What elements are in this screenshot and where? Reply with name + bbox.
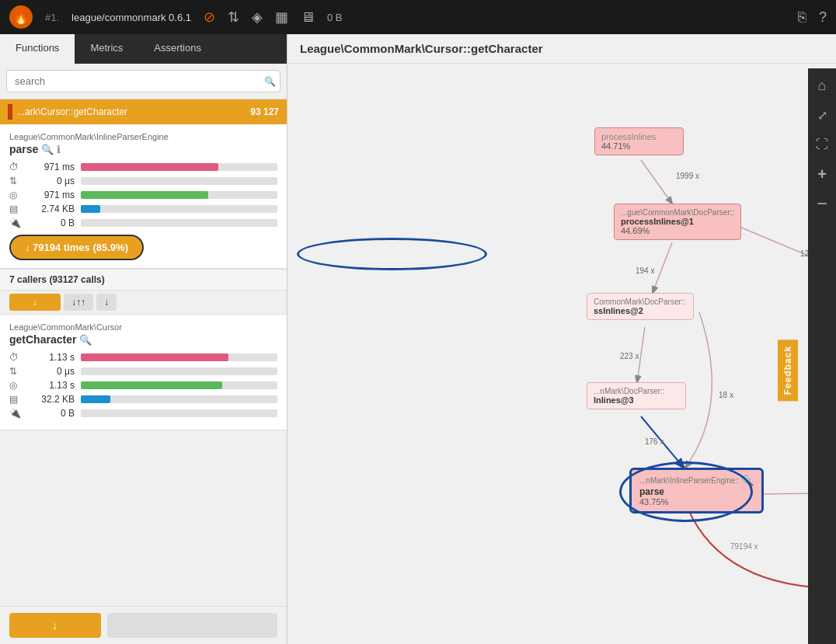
alert-icon[interactable]: ⊘	[204, 9, 215, 26]
fn2-metric-3: ◎ 1.13 s	[9, 380, 277, 391]
grid-icon[interactable]: ▦	[275, 9, 288, 26]
help-icon[interactable]: ?	[819, 9, 827, 26]
fn2-metric-1: ⏱ 1.13 s	[9, 352, 277, 363]
node-lnlines3[interactable]: ...nMark\DocParser:: lnlines@3	[587, 382, 686, 409]
svg-text:194 x: 194 x	[636, 266, 654, 275]
svg-line-2	[653, 242, 672, 293]
fn1-name-row: parse 🔍 ℹ	[9, 143, 277, 155]
feedback-tab[interactable]: Feedback	[778, 339, 798, 401]
svg-text:1999 x: 1999 x	[676, 172, 699, 180]
metric3-icon: ◎	[9, 190, 23, 200]
oval-highlight-1	[297, 238, 487, 270]
metric2-value: 0 μs	[30, 176, 75, 186]
tab-bar: Functions Metrics Assertions	[0, 34, 287, 64]
fn1-search-icon[interactable]: 🔍	[41, 144, 54, 155]
fn1-info-icon[interactable]: ℹ	[57, 144, 61, 155]
zoom-in-icon[interactable]: +	[811, 163, 833, 185]
fn2-metric-4: ▤ 32.2 KB	[9, 394, 277, 405]
fn1-metric-3: ◎ 971 ms	[9, 190, 277, 200]
svg-line-9	[730, 223, 808, 305]
metric3-bar	[81, 191, 277, 199]
fit-icon[interactable]: ⛶	[811, 134, 833, 155]
fn1-metric-5: 🔌 0 B	[9, 218, 277, 228]
monitor-icon[interactable]: 🖥	[301, 9, 315, 26]
sort-tertiary-btn[interactable]: ↓	[96, 294, 117, 311]
metric2-bar	[81, 177, 277, 185]
svg-text:1277 x: 1277 x	[800, 249, 808, 258]
bottom-bar: ↓	[0, 606, 287, 644]
zoom-out-icon[interactable]: −	[811, 193, 833, 214]
sort-bar: ↓ ↓↑↑ ↓	[0, 291, 287, 315]
fn2-metric-2: ⇅ 0 μs	[9, 366, 277, 377]
bottom-secondary-btn[interactable]	[107, 613, 277, 638]
graph-area[interactable]: 1999 x 194 x 223 x 176 x 18 x 1277 x 731…	[287, 64, 808, 639]
fn2-search-icon[interactable]: 🔍	[79, 334, 92, 346]
fn2-namespace: League\CommonMark\Cursor	[9, 322, 277, 332]
fn1-namespace: League\CommonMark\InlineParserEngine	[9, 132, 277, 141]
right-toolbar: ⌂ ⤢ ⛶ + −	[808, 68, 836, 644]
tab-metrics[interactable]: Metrics	[75, 34, 138, 64]
svg-text:79194 x: 79194 x	[730, 542, 758, 551]
project-title: league/commonmark 0.6.1	[71, 12, 191, 23]
node-inline-parser-parse[interactable]: ...nMark\InlineParserEngine:: 🔍 parse 43…	[629, 468, 764, 513]
metric5-value: 0 B	[30, 218, 75, 228]
fn1-metric-2: ⇅ 0 μs	[9, 176, 277, 186]
fn2-name-row: getCharacter 🔍	[9, 333, 277, 346]
graph-edges: 1999 x 194 x 223 x 176 x 18 x 1277 x 731…	[287, 64, 808, 639]
fn-header-count: 93 127	[250, 106, 279, 117]
fn1-metric-4: ▤ 2.74 KB	[9, 204, 277, 214]
metric3-value: 971 ms	[30, 190, 75, 200]
node-processInlines1[interactable]: ...gue\CommonMark\DocParser:: processInl…	[614, 204, 741, 240]
expand-icon[interactable]: ⤢	[811, 104, 833, 126]
function-card-1: League\CommonMark\InlineParserEngine par…	[0, 124, 287, 269]
calls-badge[interactable]: ↓ 79194 times (85.9%)	[9, 235, 144, 260]
fn1-metric-1: ⏱ 971 ms	[9, 162, 277, 172]
instance-label: #1.	[45, 12, 59, 23]
sort-primary-btn[interactable]: ↓	[9, 294, 61, 311]
right-panel: League\CommonMark\Cursor::getCharacter	[287, 34, 836, 644]
metric5-bar	[81, 219, 277, 227]
sort-secondary-btn[interactable]: ↓↑↑	[64, 294, 93, 311]
tab-functions[interactable]: Functions	[0, 34, 75, 64]
logo: 🔥	[9, 5, 33, 29]
main-layout: Functions Metrics Assertions 🔍 ...ark\Cu…	[0, 34, 836, 644]
svg-line-6	[641, 416, 684, 468]
tab-assertions[interactable]: Assertions	[138, 34, 217, 64]
svg-line-0	[641, 160, 672, 204]
node-processInlines[interactable]: processInlines 44.71%	[594, 127, 684, 155]
svg-line-4	[637, 327, 645, 382]
fn1-name: parse	[9, 143, 38, 155]
svg-text:223 x: 223 x	[620, 352, 639, 360]
metric4-icon: ▤	[9, 204, 23, 214]
bottom-primary-btn[interactable]: ↓	[9, 613, 101, 638]
metric5-icon: 🔌	[9, 218, 23, 228]
left-panel: Functions Metrics Assertions 🔍 ...ark\Cu…	[0, 34, 287, 644]
current-function-header: ...ark\Cursor::getCharacter 93 127	[0, 99, 287, 124]
share-icon[interactable]: ⎘	[798, 9, 806, 26]
node-sslnlines2[interactable]: CommonMark\DocParser:: sslnlines@2	[587, 293, 694, 320]
home-icon[interactable]: ⌂	[811, 75, 833, 96]
graph-title: League\CommonMark\Cursor::getCharacter	[287, 34, 836, 64]
fn-header-bar	[8, 104, 12, 120]
function-card-2: League\CommonMark\Cursor getCharacter 🔍 …	[0, 315, 287, 430]
metric1-icon: ⏱	[9, 162, 23, 172]
metric1-value: 971 ms	[30, 162, 75, 172]
fn2-name: getCharacter	[9, 333, 76, 346]
metric2-icon: ⇅	[9, 176, 23, 186]
callers-header: 7 callers (93127 calls)	[0, 269, 287, 291]
metric4-bar	[81, 205, 277, 213]
fn2-metric-5: 🔌 0 B	[9, 408, 277, 419]
search-input[interactable]	[6, 70, 280, 92]
search-icon[interactable]: 🔍	[264, 76, 276, 87]
metric4-value: 2.74 KB	[30, 204, 75, 214]
search-bar: 🔍	[0, 64, 287, 99]
svg-text:176 x: 176 x	[645, 437, 664, 446]
svg-text:18 x: 18 x	[719, 391, 733, 399]
memory-label: 0 B	[327, 12, 343, 23]
metric1-bar	[81, 163, 277, 171]
layers-icon[interactable]: ◈	[252, 9, 263, 26]
fn-header-name: ...ark\Cursor::getCharacter	[17, 106, 127, 117]
topbar: 🔥 #1. league/commonmark 0.6.1 ⊘ ⇅ ◈ ▦ 🖥 …	[0, 0, 836, 34]
arrows-icon[interactable]: ⇅	[228, 9, 239, 26]
